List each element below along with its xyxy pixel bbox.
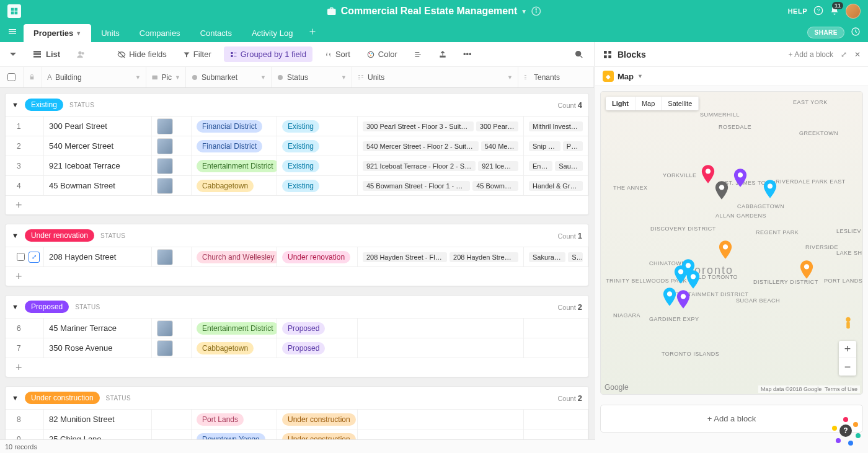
cell-tenants[interactable]: Mithril Investment — [524, 117, 588, 136]
table-row[interactable]: 3 921 Iceboat Terrace Entertainment Dist… — [6, 156, 588, 175]
cell-submarket[interactable]: Entertainment District — [192, 319, 277, 338]
cell-units[interactable] — [358, 319, 524, 338]
map-pin[interactable] — [674, 265, 688, 284]
views-menu-toggle[interactable] — [6, 49, 20, 60]
cell-status[interactable]: Proposed — [277, 319, 358, 338]
row-index[interactable]: ⤢ — [6, 247, 44, 266]
share-button[interactable]: SHARE — [807, 27, 844, 38]
tab-properties[interactable]: Properties ▼ — [24, 24, 91, 42]
expand-icon[interactable]: ⤢ — [841, 50, 847, 59]
cell-tenants[interactable]: Handel & Gretel P — [524, 176, 588, 195]
collaborators-icon[interactable] — [73, 47, 90, 62]
unit-chip[interactable]: 208 Hayden Street - F — [450, 252, 518, 262]
filter-button[interactable]: Filter — [179, 47, 215, 61]
cell-pic[interactable] — [152, 176, 192, 195]
user-avatar[interactable] — [846, 4, 861, 19]
tenant-chip[interactable]: Press — [563, 141, 583, 151]
cell-pic[interactable] — [152, 247, 192, 266]
base-title[interactable]: Commercial Real Estate Management ▼ — [326, 6, 542, 17]
add-block-card[interactable]: + Add a block — [600, 405, 863, 433]
unit-chip[interactable]: 300 Pearl St — [476, 121, 518, 131]
column-building[interactable]: ABuilding▼ — [42, 67, 146, 87]
row-index[interactable]: 1 — [6, 117, 44, 136]
tenant-chip[interactable]: Sakura Hotel — [529, 252, 565, 262]
thumbnail[interactable] — [157, 178, 173, 194]
tenant-chip[interactable]: EnnWe — [529, 161, 552, 171]
layer-satellite[interactable]: Satellite — [662, 97, 699, 110]
more-options-button[interactable]: ••• — [459, 47, 476, 61]
cell-status[interactable]: Existing — [277, 156, 358, 175]
map-container[interactable]: EAST YORKSUMMERHILLROSEDALEGREEKTOWNYORK… — [600, 91, 863, 395]
unit-chip[interactable]: 921 Iceboat Terrace - Floor 2 - Suite 4 — [363, 161, 476, 171]
cell-building[interactable]: 300 Pearl Street — [44, 117, 152, 136]
tab-contacts[interactable]: Contacts — [190, 24, 242, 42]
cell-submarket[interactable]: Port Lands — [192, 410, 277, 429]
map-pin[interactable] — [800, 260, 813, 279]
close-icon[interactable]: ✕ — [854, 50, 861, 59]
cell-building[interactable]: 82 Munition Street — [44, 410, 152, 429]
share-view-button[interactable] — [435, 48, 451, 61]
unit-chip[interactable]: 45 Bowman S — [472, 181, 518, 191]
thumbnail[interactable] — [157, 320, 173, 336]
tenant-chip[interactable]: Sai — [568, 252, 583, 262]
view-switcher[interactable]: List — [29, 47, 64, 62]
select-all-checkbox[interactable] — [0, 67, 24, 87]
unit-chip[interactable]: 208 Hayden Street - Floor 3 — [363, 252, 447, 262]
map-pin[interactable] — [686, 270, 700, 289]
tenant-chip[interactable]: Mithril Investment — [529, 121, 583, 131]
column-pic[interactable]: Pic▼ — [146, 67, 186, 87]
tab-companies[interactable]: Companies — [130, 24, 190, 42]
help-icon[interactable]: ? — [813, 6, 823, 17]
cell-building[interactable]: 540 Mercer Street — [44, 136, 152, 156]
cell-pic[interactable] — [152, 117, 192, 136]
cell-pic[interactable] — [152, 338, 192, 358]
cell-building[interactable]: 208 Hayden Street — [44, 247, 152, 266]
thumbnail[interactable] — [157, 158, 173, 174]
map-pin[interactable] — [676, 290, 690, 309]
cell-units[interactable]: 540 Mercer Street - Floor 2 - Suite 2025… — [358, 136, 524, 156]
cell-status[interactable]: Existing — [277, 176, 358, 195]
row-index[interactable]: 8 — [6, 410, 44, 429]
sort-button[interactable]: Sort — [321, 47, 354, 61]
thumbnail[interactable] — [157, 118, 173, 134]
app-logo[interactable] — [7, 4, 21, 18]
cell-submarket[interactable]: Entertainment District — [192, 156, 277, 175]
add-table-button[interactable] — [303, 24, 322, 41]
map-pin[interactable] — [763, 180, 777, 198]
map-pin[interactable] — [663, 288, 676, 306]
add-row-button[interactable]: + — [6, 266, 588, 286]
map-pin[interactable] — [733, 169, 747, 187]
notifications-button[interactable]: 11 — [830, 6, 839, 17]
unit-chip[interactable]: 921 Iceboat — [478, 161, 518, 171]
thumbnail[interactable] — [157, 138, 173, 154]
table-row[interactable]: 8 82 Munition Street Port Lands Under co… — [6, 409, 588, 429]
cell-submarket[interactable]: Cabbagetown — [192, 176, 277, 195]
cell-tenants[interactable] — [524, 319, 588, 338]
tab-units[interactable]: Units — [91, 24, 130, 42]
table-row[interactable]: 7 350 Rose Avenue Cabbagetown Proposed — [6, 338, 588, 358]
cell-tenants[interactable]: Sakura HotelSai — [524, 247, 588, 266]
map-block-header[interactable]: ◆ Map ▼ — [595, 67, 868, 86]
table-row[interactable]: 4 45 Bowman Street Cabbagetown Existing … — [6, 175, 588, 195]
cell-status[interactable]: Under construction — [277, 410, 358, 429]
row-index[interactable]: 4 — [6, 176, 44, 195]
cell-pic[interactable] — [152, 410, 192, 429]
cell-pic[interactable] — [152, 136, 192, 156]
add-block-button[interactable]: + Add a block — [789, 50, 833, 59]
row-index[interactable]: 3 — [6, 156, 44, 175]
cell-tenants[interactable] — [524, 410, 588, 429]
table-row[interactable]: 2 540 Mercer Street Financial District E… — [6, 136, 588, 156]
row-height-button[interactable] — [410, 48, 426, 61]
cell-building[interactable]: 45 Mariner Terrace — [44, 319, 152, 338]
grid-body[interactable]: ▼ Existing STATUS Count41 300 Pearl Stre… — [0, 88, 594, 453]
cell-status[interactable]: Proposed — [277, 338, 358, 358]
map-pin[interactable] — [701, 165, 715, 183]
column-units[interactable]: Units▼ — [352, 67, 518, 87]
cell-units[interactable]: 921 Iceboat Terrace - Floor 2 - Suite 49… — [358, 156, 524, 175]
cell-tenants[interactable]: EnnWeSaurus F — [524, 156, 588, 175]
cell-pic[interactable] — [152, 319, 192, 338]
cell-units[interactable]: 300 Pearl Street - Floor 3 - Suite 30230… — [358, 117, 524, 136]
collapse-group-button[interactable]: ▼ — [12, 394, 19, 402]
add-row-button[interactable]: + — [6, 195, 588, 214]
cell-pic[interactable] — [152, 156, 192, 175]
